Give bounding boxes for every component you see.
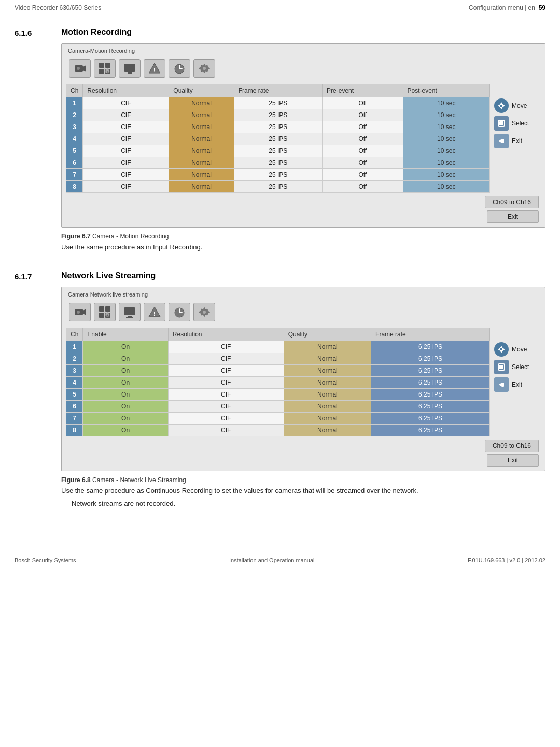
- net-res-2[interactable]: CIF: [168, 353, 284, 364]
- net-framerate-5[interactable]: 6.25 IPS: [371, 388, 490, 400]
- net-res-5[interactable]: CIF: [168, 388, 284, 400]
- motion-res-8[interactable]: CIF: [83, 181, 169, 193]
- motion-quality-2[interactable]: Normal: [169, 109, 234, 121]
- motion-framerate-1[interactable]: 25 IPS: [234, 97, 322, 109]
- toolbar-icon-grid-2[interactable]: +: [94, 303, 116, 321]
- motion-res-1[interactable]: CIF: [83, 97, 169, 109]
- motion-framerate-4[interactable]: 25 IPS: [234, 133, 322, 145]
- svg-rect-10: [128, 72, 132, 74]
- select-button[interactable]: Select: [494, 116, 541, 131]
- motion-quality-1[interactable]: Normal: [169, 97, 234, 109]
- motion-res-5[interactable]: CIF: [83, 145, 169, 157]
- motion-post-5[interactable]: 10 sec: [403, 145, 490, 157]
- motion-pre-2[interactable]: Off: [323, 109, 403, 121]
- net-select-button[interactable]: Select: [494, 360, 541, 374]
- motion-pre-6[interactable]: Off: [323, 157, 403, 169]
- net-framerate-1[interactable]: 6.25 IPS: [371, 341, 490, 353]
- net-res-8[interactable]: CIF: [168, 424, 284, 436]
- net-framerate-3[interactable]: 6.25 IPS: [371, 364, 490, 376]
- net-enable-4[interactable]: On: [83, 376, 168, 388]
- motion-quality-8[interactable]: Normal: [169, 181, 234, 193]
- net-enable-8[interactable]: On: [83, 424, 168, 436]
- motion-pre-7[interactable]: Off: [323, 169, 403, 181]
- net-framerate-8[interactable]: 6.25 IPS: [371, 424, 490, 436]
- motion-framerate-5[interactable]: 25 IPS: [234, 145, 322, 157]
- net-quality-4[interactable]: Normal: [284, 376, 371, 388]
- motion-quality-3[interactable]: Normal: [169, 121, 234, 133]
- motion-res-3[interactable]: CIF: [83, 121, 169, 133]
- ch09-ch16-button-616[interactable]: Ch09 to Ch16: [485, 196, 539, 208]
- motion-post-2[interactable]: 10 sec: [403, 109, 490, 121]
- motion-quality-5[interactable]: Normal: [169, 145, 234, 157]
- motion-res-4[interactable]: CIF: [83, 133, 169, 145]
- motion-framerate-6[interactable]: 25 IPS: [234, 157, 322, 169]
- exit-btn-617[interactable]: Exit: [487, 454, 539, 467]
- motion-framerate-2[interactable]: 25 IPS: [234, 109, 322, 121]
- toolbar-icon-monitor-2[interactable]: [119, 303, 141, 321]
- net-res-6[interactable]: CIF: [168, 400, 284, 412]
- toolbar-icon-grid[interactable]: +: [94, 59, 116, 78]
- motion-post-1[interactable]: 10 sec: [403, 97, 490, 109]
- motion-res-7[interactable]: CIF: [83, 169, 169, 181]
- net-framerate-4[interactable]: 6.25 IPS: [371, 376, 490, 388]
- motion-res-6[interactable]: CIF: [83, 157, 169, 169]
- toolbar-icon-settings[interactable]: [193, 59, 215, 78]
- toolbar-icon-camera[interactable]: [69, 59, 91, 78]
- section-617: 6.1.7 Network Live Streaming Camera-Netw…: [15, 271, 545, 511]
- motion-quality-7[interactable]: Normal: [169, 169, 234, 181]
- toolbar-icon-motion-2[interactable]: !: [144, 303, 165, 321]
- motion-framerate-3[interactable]: 25 IPS: [234, 121, 322, 133]
- net-quality-6[interactable]: Normal: [284, 400, 371, 412]
- net-exit-button[interactable]: Exit: [494, 377, 541, 392]
- motion-bottom-btns: Ch09 to Ch16 Exit: [66, 196, 541, 223]
- net-framerate-7[interactable]: 6.25 IPS: [371, 412, 490, 424]
- exit-btn-616[interactable]: Exit: [487, 210, 539, 223]
- net-enable-3[interactable]: On: [83, 364, 168, 376]
- net-enable-5[interactable]: On: [83, 388, 168, 400]
- toolbar-icon-monitor[interactable]: [119, 59, 141, 78]
- motion-pre-5[interactable]: Off: [323, 145, 403, 157]
- motion-quality-6[interactable]: Normal: [169, 157, 234, 169]
- motion-post-8[interactable]: 10 sec: [403, 181, 490, 193]
- ch09-ch16-button-617[interactable]: Ch09 to Ch16: [485, 440, 539, 452]
- net-move-button[interactable]: Move: [494, 342, 541, 357]
- net-ch-4: 4: [66, 376, 83, 388]
- toolbar-icon-motion[interactable]: !: [144, 59, 165, 78]
- net-quality-8[interactable]: Normal: [284, 424, 371, 436]
- toolbar-icon-schedule[interactable]: [169, 59, 190, 78]
- move-button[interactable]: Move: [494, 98, 541, 113]
- motion-res-2[interactable]: CIF: [83, 109, 169, 121]
- net-quality-5[interactable]: Normal: [284, 388, 371, 400]
- net-res-3[interactable]: CIF: [168, 364, 284, 376]
- net-enable-6[interactable]: On: [83, 400, 168, 412]
- net-quality-2[interactable]: Normal: [284, 353, 371, 364]
- motion-framerate-7[interactable]: 25 IPS: [234, 169, 322, 181]
- motion-post-6[interactable]: 10 sec: [403, 157, 490, 169]
- net-res-7[interactable]: CIF: [168, 412, 284, 424]
- net-quality-7[interactable]: Normal: [284, 412, 371, 424]
- net-quality-3[interactable]: Normal: [284, 364, 371, 376]
- toolbar-icon-schedule-2[interactable]: [169, 303, 190, 321]
- net-framerate-6[interactable]: 6.25 IPS: [371, 400, 490, 412]
- motion-pre-8[interactable]: Off: [323, 181, 403, 193]
- net-enable-1[interactable]: On: [83, 341, 168, 353]
- toolbar-icon-camera-2[interactable]: [69, 303, 91, 321]
- motion-post-3[interactable]: 10 sec: [403, 121, 490, 133]
- net-framerate-2[interactable]: 6.25 IPS: [371, 353, 490, 364]
- exit-button-616[interactable]: Exit: [494, 134, 541, 148]
- motion-pre-1[interactable]: Off: [323, 97, 403, 109]
- motion-pre-4[interactable]: Off: [323, 133, 403, 145]
- motion-post-4[interactable]: 10 sec: [403, 133, 490, 145]
- motion-quality-4[interactable]: Normal: [169, 133, 234, 145]
- toolbar-icon-settings-2[interactable]: [193, 303, 215, 321]
- motion-framerate-8[interactable]: 25 IPS: [234, 181, 322, 193]
- motion-post-7[interactable]: 10 sec: [403, 169, 490, 181]
- motion-pre-3[interactable]: Off: [323, 121, 403, 133]
- net-res-1[interactable]: CIF: [168, 341, 284, 353]
- net-res-4[interactable]: CIF: [168, 376, 284, 388]
- net-enable-7[interactable]: On: [83, 412, 168, 424]
- motion-ch-2: 2: [66, 109, 83, 121]
- net-enable-2[interactable]: On: [83, 353, 168, 364]
- net-quality-1[interactable]: Normal: [284, 341, 371, 353]
- exit-label-616: Exit: [512, 137, 522, 145]
